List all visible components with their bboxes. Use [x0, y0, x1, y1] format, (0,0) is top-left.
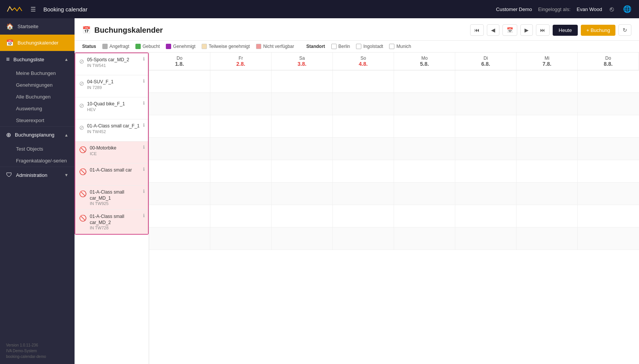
cal-cell-2-5[interactable] [455, 115, 517, 137]
cal-cell-3-1[interactable] [210, 138, 272, 160]
cal-cell-2-6[interactable] [517, 115, 578, 137]
sidebar-item-genehmigungen[interactable]: Genehmigungen [16, 79, 75, 91]
sidebar-item-alle-buchungen[interactable]: Alle Buchungen [16, 91, 75, 103]
cal-cell-5-1[interactable] [210, 183, 272, 205]
cal-cell-6-1[interactable] [210, 205, 272, 227]
sidebar-item-auswertung[interactable]: Auswertung [16, 103, 75, 114]
cal-cell-0-1[interactable] [210, 70, 272, 92]
cal-cell-1-7[interactable] [578, 93, 639, 115]
cal-cell-7-4[interactable] [394, 227, 455, 250]
cal-cell-7-2[interactable] [272, 227, 333, 250]
resource-item-8[interactable]: 🚫 01-A-Class small car_MD_2 IN TW728 ℹ [75, 210, 148, 234]
cal-cell-4-0[interactable] [149, 160, 210, 182]
cal-cell-7-1[interactable] [210, 227, 272, 250]
cal-cell-0-2[interactable] [272, 70, 333, 92]
resource-item-5[interactable]: 🚫 00-Motorbike ICE ℹ [75, 141, 148, 164]
add-booking-button[interactable]: + Buchung [581, 25, 615, 36]
nav-next-button[interactable]: ▶ [520, 24, 533, 36]
cal-cell-5-6[interactable] [517, 183, 578, 205]
cal-cell-4-6[interactable] [517, 160, 578, 182]
cal-cell-2-2[interactable] [272, 115, 333, 137]
nav-first-button[interactable]: ⏮ [470, 24, 484, 36]
resource-item-6[interactable]: 🚫 01-A-Class small car ℹ [75, 164, 148, 186]
cal-cell-6-7[interactable] [578, 205, 639, 227]
resource-item-1[interactable]: ⊘ 05-Sports car_MD_2 IN TW541 ℹ [75, 53, 148, 75]
menu-icon[interactable]: ☰ [30, 6, 36, 13]
cal-day-header-2[interactable]: Sa 3.8. [272, 52, 333, 70]
info-icon[interactable]: ℹ [143, 100, 145, 106]
language-button[interactable]: 🌐 [622, 3, 633, 15]
sidebar-item-test-objects[interactable]: Test Objects [16, 143, 75, 155]
cal-cell-1-5[interactable] [455, 93, 517, 115]
cal-cell-0-4[interactable] [394, 70, 455, 92]
cal-cell-5-5[interactable] [455, 183, 517, 205]
sidebar-item-buchungsplanung[interactable]: ⊕ Buchungsplanung ▲ [0, 127, 75, 143]
resource-item-2[interactable]: ⊘ 04-SUV_F_1 IN 7289 ℹ [75, 75, 148, 97]
cal-day-header-4[interactable]: Mo 5.8. [394, 52, 455, 70]
cal-cell-6-4[interactable] [394, 205, 455, 227]
cal-cell-1-2[interactable] [272, 93, 333, 115]
cal-day-header-1[interactable]: Fr 2.8. [210, 52, 272, 70]
info-icon[interactable]: ℹ [143, 189, 145, 194]
info-icon[interactable]: ℹ [143, 145, 145, 150]
cal-cell-7-0[interactable] [149, 227, 210, 250]
cal-cell-1-3[interactable] [333, 93, 394, 115]
cal-cell-6-5[interactable] [455, 205, 517, 227]
cal-cell-3-6[interactable] [517, 138, 578, 160]
sidebar-item-steuerexport[interactable]: Steuerexport [16, 114, 75, 126]
cal-cell-0-3[interactable] [333, 70, 394, 92]
cal-day-header-0[interactable]: Do 1.8. [149, 52, 210, 70]
cal-cell-3-7[interactable] [578, 138, 639, 160]
info-icon[interactable]: ℹ [143, 213, 145, 218]
sidebar-item-administration[interactable]: 🛡 Administration ▼ [0, 167, 75, 183]
today-button[interactable]: Heute [553, 25, 578, 36]
cal-cell-4-2[interactable] [272, 160, 333, 182]
cal-cell-6-2[interactable] [272, 205, 333, 227]
cal-cell-3-4[interactable] [394, 138, 455, 160]
cal-day-header-5[interactable]: Di 6.8. [455, 52, 517, 70]
resource-item-3[interactable]: ⊘ 10-Quad bike_F_1 HEV ℹ [75, 97, 148, 119]
sidebar-item-startseite[interactable]: 🏠 Startseite [0, 18, 75, 35]
cal-cell-5-7[interactable] [578, 183, 639, 205]
cal-day-header-6[interactable]: Mi 7.8. [517, 52, 578, 70]
info-icon[interactable]: ℹ [143, 167, 145, 172]
logo[interactable] [6, 5, 24, 14]
resource-item-7[interactable]: 🚫 01-A-Class small car_MD_1 IN TW925 ℹ [75, 186, 148, 210]
cal-cell-2-1[interactable] [210, 115, 272, 137]
cal-cell-2-4[interactable] [394, 115, 455, 137]
cal-cell-6-6[interactable] [517, 205, 578, 227]
refresh-button[interactable]: ↻ [618, 24, 631, 36]
cal-cell-3-0[interactable] [149, 138, 210, 160]
cal-cell-1-1[interactable] [210, 93, 272, 115]
nav-prev-button[interactable]: ◀ [487, 24, 499, 36]
calendar-grid[interactable]: Do 1.8. Fr 2.8. Sa 3.8. So 4.8. Mo 5.8. … [149, 52, 639, 364]
cal-cell-5-3[interactable] [333, 183, 394, 205]
cal-cell-5-2[interactable] [272, 183, 333, 205]
logout-button[interactable]: ⎋ [608, 4, 615, 15]
resource-item-4[interactable]: ⊘ 01-A-Class small car_F_1 IN TW452 ℹ [75, 119, 148, 141]
cal-cell-7-5[interactable] [455, 227, 517, 250]
cal-cell-4-1[interactable] [210, 160, 272, 182]
cal-cell-3-5[interactable] [455, 138, 517, 160]
cal-cell-5-4[interactable] [394, 183, 455, 205]
calendar-picker-button[interactable]: 📅 [502, 24, 517, 36]
cal-cell-7-6[interactable] [517, 227, 578, 250]
cal-cell-2-3[interactable] [333, 115, 394, 137]
cal-cell-4-7[interactable] [578, 160, 639, 182]
cal-day-header-7[interactable]: Do 8.8. [578, 52, 639, 70]
sidebar-item-meine-buchungen[interactable]: Meine Buchungen [16, 67, 75, 79]
cal-cell-0-0[interactable] [149, 70, 210, 92]
nav-last-button[interactable]: ⏭ [536, 24, 550, 36]
cal-cell-6-3[interactable] [333, 205, 394, 227]
cal-cell-0-6[interactable] [517, 70, 578, 92]
info-icon[interactable]: ℹ [143, 122, 145, 128]
sidebar-item-fragenkataloge[interactable]: Fragenkataloge/-serien [16, 155, 75, 167]
cal-cell-4-4[interactable] [394, 160, 455, 182]
cal-cell-1-0[interactable] [149, 93, 210, 115]
cal-cell-4-3[interactable] [333, 160, 394, 182]
cal-cell-1-6[interactable] [517, 93, 578, 115]
info-icon[interactable]: ℹ [143, 56, 145, 62]
cal-cell-0-7[interactable] [578, 70, 639, 92]
cal-day-header-3[interactable]: So 4.8. [333, 52, 394, 70]
cal-cell-2-0[interactable] [149, 115, 210, 137]
